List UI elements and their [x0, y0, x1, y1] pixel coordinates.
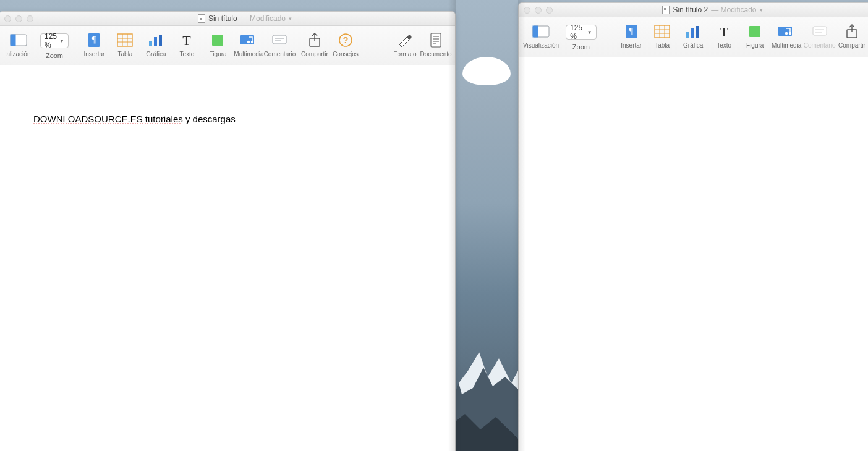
comment-button[interactable]: Comentario	[264, 30, 295, 57]
desktop-mountain	[449, 284, 518, 451]
text-button[interactable]: T Texto	[171, 30, 202, 57]
comment-button[interactable]: Comentario	[802, 21, 836, 49]
traffic-close[interactable]	[4, 15, 11, 22]
table-button[interactable]: Tabla	[647, 21, 678, 49]
document-page-1[interactable]: DOWNLOADSOURCE.ES tutoriales y descargas	[0, 65, 455, 451]
media-label: Multimedia	[234, 51, 263, 57]
svg-point-48	[789, 32, 791, 35]
share-icon	[845, 21, 859, 42]
traffic-min[interactable]	[535, 7, 542, 14]
document-page-2[interactable]	[519, 57, 868, 451]
view-icon	[532, 21, 550, 42]
svg-text:T: T	[720, 24, 728, 39]
chart-button[interactable]: Gráfica	[140, 30, 171, 57]
chart-label: Gráfica	[683, 42, 703, 49]
title-chevron-icon[interactable]: ▾	[760, 7, 763, 13]
svg-rect-7	[117, 34, 132, 46]
table-label: Tabla	[118, 51, 133, 57]
desktop-cloud	[462, 57, 511, 85]
chart-icon	[685, 21, 701, 42]
svg-point-18	[247, 41, 250, 43]
tips-label: Consejos	[333, 51, 359, 57]
text-button[interactable]: T Texto	[708, 21, 739, 49]
window-2: Sin título 2 — Modificado ▾ Visualizació…	[518, 2, 868, 451]
body-text-underlined: DOWNLOADSOURCE.ES tutoriales	[33, 114, 183, 124]
chart-button[interactable]: Gráfica	[678, 21, 708, 49]
chart-label: Gráfica	[146, 51, 166, 57]
titlebar-2[interactable]: Sin título 2 — Modificado ▾	[519, 3, 868, 17]
titlebar-1[interactable]: Sin título — Modificado ▾	[0, 12, 455, 26]
zoom-chevron-icon: ▼	[59, 38, 64, 44]
toolbar-1: alización 125 % ▼ Zoom ¶ Insertar	[0, 26, 455, 70]
media-label: Multimedia	[772, 42, 801, 49]
document-icon	[198, 14, 205, 23]
insert-button[interactable]: ¶ Insertar	[79, 30, 109, 57]
shape-button[interactable]: Figura	[202, 30, 233, 57]
text-label: Texto	[180, 51, 195, 57]
svg-rect-36	[655, 25, 670, 38]
window-title-2: Sin título 2	[673, 6, 708, 14]
document-button[interactable]: Documento	[420, 30, 451, 57]
tips-icon: ?	[338, 30, 353, 51]
insert-label: Insertar	[84, 51, 105, 57]
body-text[interactable]: DOWNLOADSOURCE.ES tutoriales y descargas	[33, 114, 236, 124]
share-button[interactable]: Compartir	[299, 30, 330, 57]
traffic-lights-2[interactable]	[524, 7, 553, 14]
share-button[interactable]: Compartir	[836, 21, 867, 49]
body-text-rest: y descargas	[183, 114, 236, 124]
comment-icon	[271, 30, 287, 51]
svg-rect-45	[749, 26, 760, 37]
desktop: Sin título — Modificado ▾ alización 125 …	[0, 0, 868, 451]
traffic-max[interactable]	[546, 7, 553, 14]
svg-text:¶: ¶	[629, 27, 634, 36]
chart-icon	[148, 30, 164, 51]
text-icon: T	[717, 21, 731, 42]
insert-button[interactable]: ¶ Insertar	[616, 21, 647, 49]
title-center-2: Sin título 2 — Modificado ▾	[559, 6, 866, 14]
format-icon	[397, 30, 413, 51]
zoom-value: 125 %	[45, 32, 57, 49]
table-icon	[117, 30, 133, 51]
svg-text:?: ?	[343, 35, 349, 45]
svg-rect-12	[149, 41, 152, 46]
traffic-max[interactable]	[27, 15, 33, 22]
view-icon	[10, 30, 27, 51]
shape-label: Figura	[746, 42, 764, 49]
format-label: Formato	[393, 51, 416, 57]
insert-label: Insertar	[621, 42, 642, 49]
traffic-close[interactable]	[524, 7, 530, 14]
svg-rect-27	[431, 33, 441, 47]
zoom-control[interactable]: 125 % ▼ Zoom	[560, 21, 603, 51]
zoom-label: Zoom	[572, 43, 590, 51]
comment-label: Comentario	[804, 42, 836, 49]
view-button[interactable]: alización	[3, 30, 34, 57]
svg-rect-33	[533, 26, 538, 37]
svg-rect-20	[273, 35, 286, 44]
svg-rect-41	[686, 32, 689, 38]
window-modified-1: — Modificado	[240, 14, 286, 23]
traffic-min[interactable]	[15, 15, 22, 22]
view-label: Visualización	[523, 42, 559, 49]
traffic-lights-1[interactable]	[4, 15, 33, 22]
table-button[interactable]: Tabla	[109, 30, 140, 57]
view-button[interactable]: Visualización	[522, 21, 560, 49]
media-button[interactable]: Multimedia	[770, 21, 802, 49]
comment-icon	[812, 21, 828, 42]
title-chevron-icon[interactable]: ▾	[289, 15, 292, 22]
text-icon: T	[180, 30, 194, 51]
format-button[interactable]: Formato	[389, 30, 420, 57]
shape-button[interactable]: Figura	[739, 21, 770, 49]
zoom-value-box[interactable]: 125 % ▼	[566, 25, 597, 40]
svg-rect-43	[696, 26, 699, 38]
table-icon	[654, 21, 670, 42]
toolbar-2: Visualización 125 % ▼ Zoom ¶ Insertar	[519, 17, 868, 61]
share-label: Compartir	[301, 51, 328, 57]
zoom-control[interactable]: 125 % ▼ Zoom	[34, 30, 75, 59]
media-icon	[778, 21, 795, 42]
comment-label: Comentario	[264, 51, 296, 57]
svg-point-47	[785, 32, 788, 35]
zoom-value-box[interactable]: 125 % ▼	[40, 33, 69, 48]
table-label: Tabla	[655, 42, 670, 49]
media-button[interactable]: Multimedia	[233, 30, 264, 57]
tips-button[interactable]: ? Consejos	[330, 30, 361, 57]
